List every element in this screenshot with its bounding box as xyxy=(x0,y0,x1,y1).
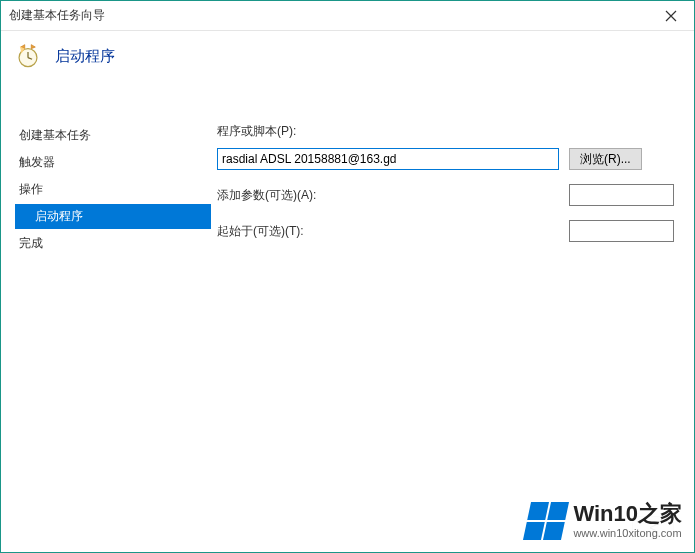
program-input[interactable] xyxy=(217,148,559,170)
program-input-row: 浏览(R)... xyxy=(217,148,674,170)
sidebar-item-action[interactable]: 操作 xyxy=(15,177,211,202)
args-label: 添加参数(可选)(A): xyxy=(217,187,357,204)
windows-logo-icon xyxy=(523,502,569,540)
startin-input[interactable] xyxy=(569,220,674,242)
sidebar: 创建基本任务 触发器 操作 启动程序 完成 xyxy=(1,109,211,504)
footer-buttons: < xyxy=(632,516,674,540)
form-area: 程序或脚本(P): 浏览(R)... 添加参数(可选)(A): 起始于(可选)(… xyxy=(211,109,694,504)
titlebar: 创建基本任务向导 xyxy=(1,1,694,31)
args-input[interactable] xyxy=(569,184,674,206)
sidebar-item-start-program[interactable]: 启动程序 xyxy=(15,204,211,229)
browse-button[interactable]: 浏览(R)... xyxy=(569,148,642,170)
content: 创建基本任务 触发器 操作 启动程序 完成 程序或脚本(P): 浏览(R)...… xyxy=(1,109,694,504)
program-label: 程序或脚本(P): xyxy=(217,123,674,140)
program-label-row: 程序或脚本(P): xyxy=(217,123,674,140)
wizard-header: 启动程序 xyxy=(1,31,694,87)
page-title: 启动程序 xyxy=(55,47,115,66)
window-title: 创建基本任务向导 xyxy=(9,7,648,24)
close-button[interactable] xyxy=(648,1,694,31)
sidebar-item-create-task[interactable]: 创建基本任务 xyxy=(15,123,211,148)
startin-row: 起始于(可选)(T): xyxy=(217,220,674,242)
close-icon xyxy=(665,10,677,22)
startin-label: 起始于(可选)(T): xyxy=(217,223,357,240)
back-button[interactable]: < xyxy=(632,516,674,540)
args-row: 添加参数(可选)(A): xyxy=(217,184,674,206)
clock-icon xyxy=(15,43,41,69)
sidebar-item-trigger[interactable]: 触发器 xyxy=(15,150,211,175)
sidebar-item-finish[interactable]: 完成 xyxy=(15,231,211,256)
